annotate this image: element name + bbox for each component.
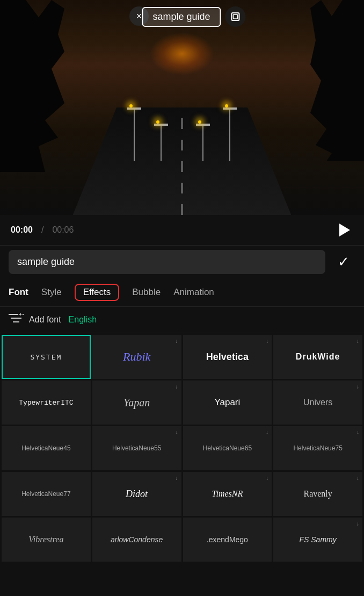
font-label-timesnr: TimesNR [209, 487, 245, 501]
font-label-helvneue55: HelveticaNeue55 [110, 442, 163, 454]
add-font-label[interactable]: Add font [29, 315, 61, 325]
controls-bar: 00:00 / 00:06 [0, 215, 364, 245]
font-cell-univers[interactable]: Univers ↓ [273, 380, 362, 425]
font-cell-helvneue77[interactable]: HelveticaNeue77 [2, 472, 91, 516]
font-cell-helvneue75[interactable]: HelveticaNeue75 ↓ [273, 426, 362, 470]
font-label-exend: .exendMego [205, 533, 250, 546]
text-input[interactable] [9, 250, 325, 274]
text-input-bar: ✓ [0, 245, 364, 278]
font-label-fssammy: FS Sammy [297, 533, 339, 546]
font-label-univers: Univers [301, 396, 334, 410]
text-overlay: sample guide [142, 7, 221, 27]
time-current: 00:00 [11, 225, 33, 235]
download-icon-helvetica: ↓ [266, 338, 268, 344]
font-cell-helvneue45[interactable]: HelveticaNeue45 [2, 426, 91, 470]
download-icon-helvneue75: ↓ [356, 429, 359, 435]
font-label-harlow: arlowCondense [108, 533, 165, 546]
time-total: 00:06 [52, 225, 74, 235]
crop-icon-button[interactable] [225, 6, 246, 27]
font-label-system: SYSTEM [28, 351, 64, 363]
svg-rect-1 [234, 15, 238, 19]
font-cell-rubik[interactable]: Rubik ↓ [92, 335, 181, 379]
font-label-vibur: Vibrestrea [26, 533, 65, 547]
font-cell-harlow[interactable]: arlowCondense [92, 518, 181, 562]
confirm-button[interactable]: ✓ [332, 250, 355, 274]
tab-effects[interactable]: Effects [75, 284, 120, 301]
font-label-helvneue77: HelveticaNeue77 [19, 488, 72, 500]
tab-bar: Font Style Effects Bubble Animation [0, 278, 364, 307]
font-label-yapar-italic: Yapan [121, 394, 152, 411]
font-cell-timesnr[interactable]: TimesNR ↓ [183, 472, 272, 516]
download-icon-univers: ↓ [356, 384, 359, 390]
font-label-helvneue65: HelveticaNeue65 [201, 442, 254, 454]
font-grid: SYSTEM Rubik ↓ Helvetica ↓ DrukWide ↓ Ty… [0, 333, 364, 563]
checkmark-icon: ✓ [338, 254, 350, 270]
tab-animation[interactable]: Animation [173, 285, 214, 300]
filter-icon-button[interactable] [9, 312, 24, 327]
download-icon-fssammy: ↓ [356, 521, 359, 527]
font-cell-helvneue65[interactable]: HelveticaNeue65 ↓ [183, 426, 272, 470]
font-cell-vibur[interactable]: Vibrestrea [2, 518, 91, 562]
font-cell-typewriterITC[interactable]: TypewriterITC [2, 380, 91, 425]
download-icon-timesnr: ↓ [266, 475, 268, 481]
text-overlay-container: sample guide [118, 6, 245, 27]
filter-icon [9, 312, 24, 324]
tab-font[interactable]: Font [9, 285, 28, 300]
font-cell-system[interactable]: SYSTEM [2, 335, 91, 379]
language-label[interactable]: English [69, 315, 97, 325]
add-font-row: Add font English [0, 307, 364, 333]
download-icon-didot: ↓ [176, 475, 178, 481]
time-separator: / [41, 225, 43, 235]
font-cell-yapari[interactable]: Yapari [183, 380, 272, 425]
download-icon-helvneue65: ↓ [266, 429, 268, 435]
crop-icon [230, 11, 241, 22]
font-label-helvneue75: HelveticaNeue75 [291, 442, 344, 454]
download-icon-yapar: ↓ [176, 384, 178, 390]
tab-bubble[interactable]: Bubble [132, 285, 161, 300]
download-icon-helvneue55: ↓ [176, 429, 178, 435]
font-label-ravenly: Ravenly [301, 487, 334, 501]
download-icon-ravenly: ↓ [356, 475, 359, 481]
play-button[interactable] [334, 220, 353, 240]
font-cell-drukwide[interactable]: DrukWide ↓ [273, 335, 362, 379]
video-preview: × sample guide [0, 0, 364, 215]
font-label-typewriterITC: TypewriterITC [17, 397, 75, 409]
font-cell-didot[interactable]: Didot ↓ [92, 472, 181, 516]
font-label-drukwide: DrukWide [294, 350, 343, 364]
font-cell-exend[interactable]: .exendMego [183, 518, 272, 562]
font-label-rubik: Rubik [121, 348, 152, 366]
tab-style[interactable]: Style [41, 285, 62, 300]
play-icon [339, 224, 350, 236]
download-icon-rubik: ↓ [176, 338, 178, 344]
font-cell-helvneue55[interactable]: HelveticaNeue55 ↓ [92, 426, 181, 470]
font-label-helvneue45: HelveticaNeue45 [19, 442, 72, 454]
font-cell-helvetica[interactable]: Helvetica ↓ [183, 335, 272, 379]
font-cell-fssammy[interactable]: FS Sammy ↓ [273, 518, 362, 562]
font-label-didot: Didot [123, 486, 150, 502]
download-icon-drukwide: ↓ [356, 338, 359, 344]
svg-rect-0 [232, 13, 239, 20]
font-label-yapari: Yapari [212, 395, 242, 410]
font-cell-ravenly[interactable]: Ravenly ↓ [273, 472, 362, 516]
font-label-helvetica: Helvetica [204, 349, 251, 365]
font-cell-yapar-italic[interactable]: Yapan ↓ [92, 380, 181, 425]
